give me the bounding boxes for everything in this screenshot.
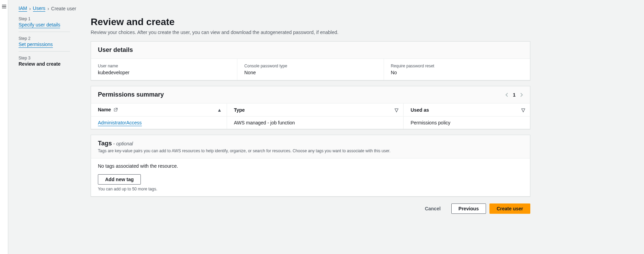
chevron-right-icon: › [47, 6, 49, 11]
col-used-label: Used as [410, 107, 429, 113]
page-title: Review and create [91, 16, 530, 27]
col-name-label: Name [98, 107, 111, 112]
permissions-panel: Permissions summary 1 [91, 86, 530, 129]
tags-panel: Tags - optional Tags are key-value pairs… [91, 135, 530, 197]
table-row: AdministratorAccess AWS managed - job fu… [91, 117, 530, 129]
wizard-steps: Step 1 Specify user details Step 2 Set p… [19, 16, 70, 214]
pwdtype-label: Console password type [244, 64, 376, 68]
username-label: User name [98, 64, 230, 68]
step-2-link[interactable]: Set permissions [19, 42, 53, 48]
breadcrumb: IAM › Users › Create user [19, 5, 634, 12]
wizard-actions: Cancel Previous Create user [91, 203, 530, 214]
tags-heading: Tags [98, 140, 112, 147]
breadcrumb-users[interactable]: Users [33, 5, 46, 12]
chevron-right-icon: › [29, 6, 31, 11]
create-user-button[interactable]: Create user [489, 203, 530, 214]
step-2-num: Step 2 [19, 36, 70, 41]
reset-value: No [391, 70, 523, 75]
add-new-tag-button[interactable]: Add new tag [98, 174, 141, 185]
step-1-num: Step 1 [19, 16, 70, 21]
step-3-num: Step 3 [19, 56, 70, 60]
col-name-header[interactable]: Name ▲ [91, 103, 227, 117]
page-current: 1 [513, 92, 516, 98]
menu-toggle-icon[interactable] [2, 4, 7, 254]
sort-icon: ▽ [521, 107, 525, 113]
step-3-current: Review and create [19, 61, 70, 67]
tag-hint: You can add up to 50 more tags. [98, 187, 523, 191]
tags-desc: Tags are key-value pairs you can add to … [98, 148, 523, 153]
pwdtype-value: None [244, 70, 376, 75]
policy-type: AWS managed - job function [227, 117, 403, 129]
tags-optional: - optional [112, 141, 133, 146]
external-link-icon [114, 107, 118, 113]
page-subtitle: Review your choices. After you create th… [91, 30, 530, 35]
user-details-panel: User details User name kubedeveloper Con… [91, 41, 530, 80]
page-next-icon[interactable] [520, 92, 523, 97]
page-prev-icon[interactable] [505, 92, 509, 97]
previous-button[interactable]: Previous [451, 203, 486, 214]
col-type-label: Type [234, 107, 245, 113]
no-tags-text: No tags associated with the resource. [98, 163, 523, 169]
policy-name-link[interactable]: AdministratorAccess [98, 120, 142, 126]
reset-label: Require password reset [391, 64, 523, 68]
cancel-button[interactable]: Cancel [418, 203, 448, 214]
breadcrumb-iam[interactable]: IAM [19, 5, 27, 12]
pagination: 1 [505, 92, 523, 98]
user-details-heading: User details [98, 46, 133, 54]
step-1-link[interactable]: Specify user details [19, 22, 60, 28]
breadcrumb-current: Create user [51, 6, 76, 11]
username-value: kubedeveloper [98, 70, 230, 75]
policy-used-as: Permissions policy [404, 117, 530, 129]
permissions-heading: Permissions summary [98, 91, 164, 98]
sort-asc-icon: ▲ [217, 107, 222, 113]
sort-icon: ▽ [395, 107, 398, 113]
col-used-header[interactable]: Used as ▽ [404, 103, 530, 117]
col-type-header[interactable]: Type ▽ [227, 103, 403, 117]
